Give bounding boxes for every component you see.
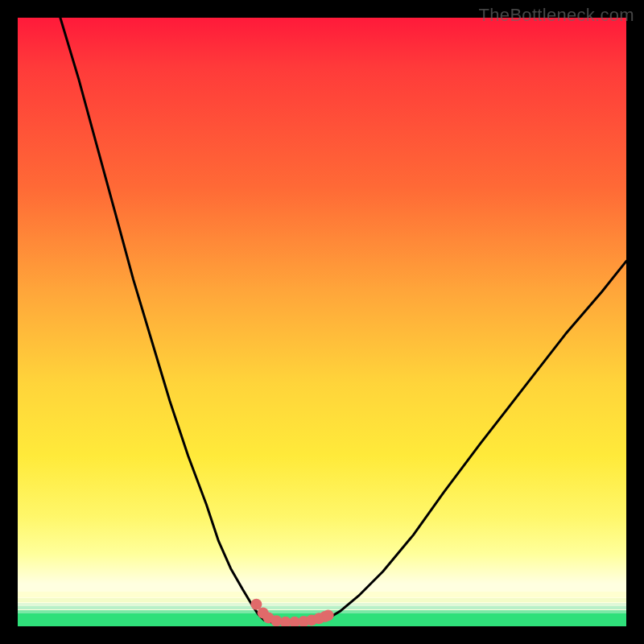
bottleneck-curve (18, 18, 626, 626)
valley-curve (60, 18, 626, 623)
valley-marker (323, 609, 334, 621)
watermark-text: TheBottleneck.com (479, 5, 634, 26)
chart-frame: TheBottleneck.com (0, 0, 644, 644)
plot-area (18, 18, 626, 626)
